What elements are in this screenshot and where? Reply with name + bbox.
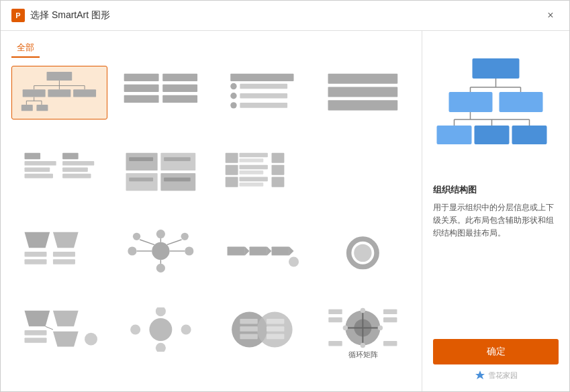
svg-rect-61 <box>25 251 47 256</box>
watermark: 雪花家园 <box>475 370 518 381</box>
svg-rect-44 <box>164 157 191 161</box>
svg-marker-87 <box>25 311 50 327</box>
svg-point-113 <box>343 326 348 330</box>
grid-item-list-2[interactable] <box>214 66 310 119</box>
svg-rect-18 <box>162 85 197 92</box>
svg-rect-101 <box>240 319 257 324</box>
svg-rect-123 <box>500 92 543 112</box>
grid-item-cycle-matrix[interactable]: 循环矩阵 <box>315 303 411 363</box>
svg-rect-36 <box>62 161 94 166</box>
right-panel: 组织结构图 用于显示组织中的分层信息或上下级关系。此布局包含辅助形状和组织结构图… <box>422 31 569 391</box>
svg-point-70 <box>128 246 136 255</box>
svg-rect-33 <box>25 167 50 172</box>
svg-rect-91 <box>25 330 47 336</box>
svg-rect-19 <box>124 95 158 103</box>
svg-rect-57 <box>271 164 284 175</box>
svg-rect-30 <box>328 100 398 110</box>
svg-rect-45 <box>129 177 153 181</box>
svg-rect-32 <box>25 161 56 166</box>
svg-rect-37 <box>62 167 88 172</box>
svg-rect-28 <box>328 74 398 84</box>
svg-marker-60 <box>53 232 79 248</box>
grid-item-hub-1[interactable] <box>113 224 209 278</box>
svg-rect-53 <box>225 177 238 187</box>
dialog-body: 全部 <box>1 31 569 391</box>
dialog-title: 选择 SmartArt 图形 <box>30 9 542 21</box>
preview-title: 组织结构图 <box>433 184 559 196</box>
svg-rect-38 <box>62 174 91 179</box>
process-1-preview <box>219 229 305 273</box>
svg-rect-130 <box>512 126 547 144</box>
preview-description: 用于显示组织中的分层信息或上下级关系。此布局包含辅助形状和组织结构图最挂布局。 <box>433 201 559 339</box>
cycle-1-preview <box>320 229 406 273</box>
svg-rect-52 <box>239 170 263 175</box>
grid-item-table-1[interactable] <box>214 145 310 199</box>
svg-rect-31 <box>25 152 41 158</box>
svg-rect-40 <box>160 152 195 170</box>
svg-line-75 <box>140 240 154 245</box>
svg-rect-115 <box>329 309 342 314</box>
watermark-text: 雪花家园 <box>488 371 518 381</box>
svg-rect-16 <box>162 74 197 81</box>
svg-rect-49 <box>239 158 263 162</box>
svg-point-86 <box>354 244 371 261</box>
grid-item-circle-hub[interactable] <box>113 303 209 356</box>
table-1-preview <box>219 150 305 194</box>
svg-rect-82 <box>271 246 289 255</box>
close-button[interactable]: × <box>542 7 559 23</box>
grid-item-list-4[interactable] <box>11 145 107 199</box>
svg-rect-34 <box>25 174 53 179</box>
svg-rect-42 <box>160 173 195 191</box>
grid-item-cycle-1[interactable] <box>315 224 411 278</box>
left-panel: 全部 <box>1 31 422 391</box>
circle-matrix-preview <box>219 307 305 352</box>
svg-rect-102 <box>240 327 257 332</box>
svg-marker-59 <box>25 232 50 248</box>
tab-all[interactable]: 全部 <box>11 39 40 58</box>
app-icon <box>11 9 25 22</box>
grid-item-list-1[interactable] <box>113 66 209 119</box>
svg-rect-48 <box>239 152 267 157</box>
svg-point-76 <box>181 232 188 240</box>
svg-line-77 <box>167 240 182 245</box>
grid-item-list-3[interactable] <box>315 66 411 119</box>
svg-rect-25 <box>240 93 287 99</box>
svg-point-24 <box>230 93 236 99</box>
svg-rect-51 <box>239 164 267 169</box>
svg-point-112 <box>361 343 365 348</box>
svg-rect-64 <box>53 259 75 264</box>
grid-item-matrix-1[interactable] <box>113 145 209 199</box>
svg-point-26 <box>230 102 236 108</box>
svg-rect-116 <box>329 317 342 322</box>
list-3-preview <box>320 70 406 115</box>
tabs: 全部 <box>11 39 411 58</box>
grid-item-org-chart[interactable] <box>11 66 107 119</box>
list-4-preview <box>16 150 103 194</box>
svg-rect-104 <box>266 319 283 324</box>
svg-rect-47 <box>225 152 238 162</box>
list-1-preview <box>117 70 204 115</box>
svg-rect-6 <box>23 89 46 97</box>
grid-item-funnel-1[interactable] <box>11 224 107 278</box>
smartart-dialog: 选择 SmartArt 图形 × 全部 <box>0 0 570 392</box>
grid-item-process-1[interactable] <box>214 224 310 278</box>
svg-rect-122 <box>449 92 493 112</box>
svg-rect-35 <box>62 152 79 158</box>
svg-point-65 <box>152 242 169 259</box>
svg-rect-7 <box>48 89 70 97</box>
svg-point-66 <box>156 229 165 238</box>
svg-rect-15 <box>124 74 158 81</box>
confirm-button[interactable]: 确定 <box>433 339 559 364</box>
svg-marker-81 <box>267 246 271 255</box>
svg-rect-0 <box>47 72 73 81</box>
svg-rect-29 <box>328 87 398 97</box>
grid-item-circle-matrix[interactable] <box>214 303 310 356</box>
svg-rect-106 <box>266 334 283 340</box>
large-preview <box>433 55 559 162</box>
grid-item-empty[interactable] <box>315 145 411 199</box>
grid-item-funnel-2[interactable] <box>11 303 107 356</box>
svg-rect-58 <box>271 177 284 187</box>
svg-rect-14 <box>36 105 48 111</box>
svg-rect-56 <box>271 152 284 162</box>
svg-rect-20 <box>162 95 197 103</box>
